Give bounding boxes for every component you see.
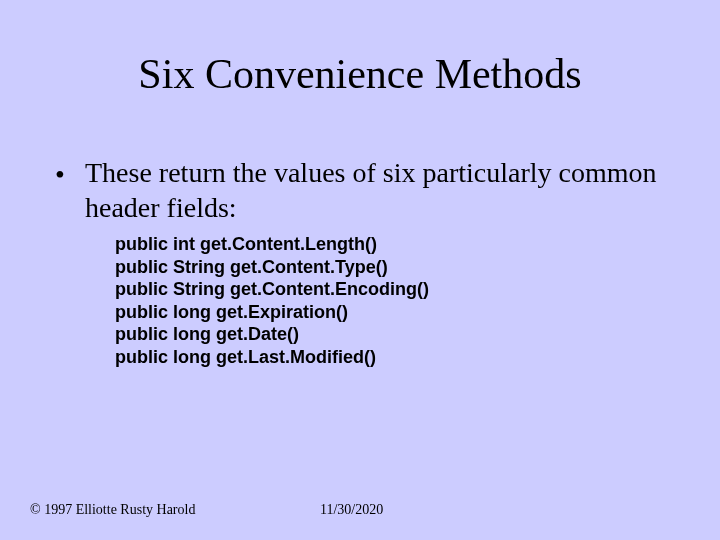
code-line: public int get.Content.Length()	[115, 233, 675, 256]
bullet-mark: •	[55, 155, 85, 192]
code-line: public String get.Content.Encoding()	[115, 278, 675, 301]
code-block: public int get.Content.Length() public S…	[115, 233, 675, 368]
code-line: public long get.Date()	[115, 323, 675, 346]
slide: Six Convenience Methods • These return t…	[0, 0, 720, 540]
slide-body: • These return the values of six particu…	[55, 155, 675, 368]
code-line: public long get.Last.Modified()	[115, 346, 675, 369]
copyright-text: © 1997 Elliotte Rusty Harold	[30, 502, 195, 518]
bullet-text: These return the values of six particula…	[85, 155, 675, 225]
code-line: public String get.Content.Type()	[115, 256, 675, 279]
code-line: public long get.Expiration()	[115, 301, 675, 324]
footer-date: 11/30/2020	[320, 502, 383, 518]
bullet-item: • These return the values of six particu…	[55, 155, 675, 225]
slide-title: Six Convenience Methods	[0, 50, 720, 98]
